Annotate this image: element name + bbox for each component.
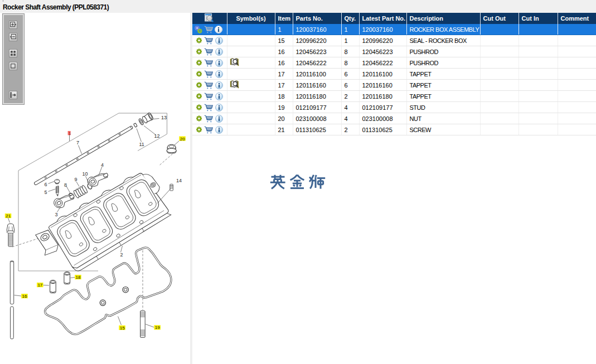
svg-text:16: 16 bbox=[22, 294, 27, 299]
svg-text:2: 2 bbox=[120, 252, 123, 258]
svg-text:6: 6 bbox=[45, 182, 47, 187]
svg-text:12: 12 bbox=[154, 133, 160, 139]
svg-text:9: 9 bbox=[75, 177, 77, 182]
svg-text:1: 1 bbox=[69, 132, 71, 135]
svg-text:18: 18 bbox=[76, 275, 81, 280]
svg-text:4: 4 bbox=[101, 162, 104, 168]
svg-text:21: 21 bbox=[6, 213, 11, 219]
svg-text:17: 17 bbox=[37, 283, 42, 288]
svg-text:10: 10 bbox=[83, 171, 88, 177]
svg-text:14: 14 bbox=[176, 178, 182, 183]
svg-text:19: 19 bbox=[155, 325, 160, 330]
svg-text:15: 15 bbox=[120, 326, 125, 331]
svg-text:7: 7 bbox=[76, 140, 79, 145]
svg-text:5: 5 bbox=[45, 190, 47, 195]
svg-text:3: 3 bbox=[55, 212, 58, 217]
svg-text:11: 11 bbox=[139, 142, 144, 147]
svg-text:13: 13 bbox=[161, 115, 167, 120]
svg-text:8: 8 bbox=[64, 182, 67, 188]
svg-text:20: 20 bbox=[180, 137, 185, 142]
